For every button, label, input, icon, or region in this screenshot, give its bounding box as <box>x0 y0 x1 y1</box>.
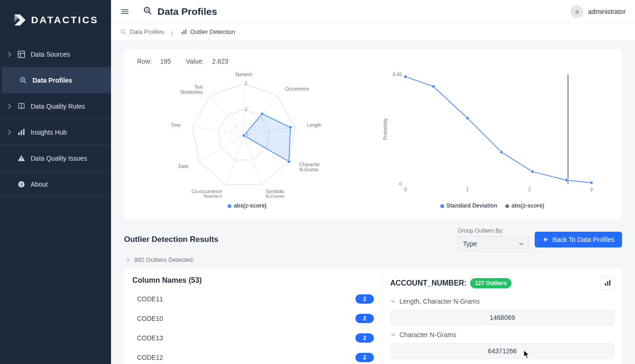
svg-text:3: 3 <box>590 187 593 192</box>
brand-icon <box>13 13 27 27</box>
svg-point-51 <box>287 160 290 163</box>
row-value-readout: Row: 185 Value: 2.623 <box>137 58 609 65</box>
svg-text:0.45: 0.45 <box>393 72 402 77</box>
detail-group-name: Character N-Grams <box>399 331 456 338</box>
svg-rect-14 <box>145 8 148 11</box>
sidebar-nav: Data SourcesData ProfilesData Quality Ru… <box>0 39 111 364</box>
logo: DATACTICS <box>0 0 111 39</box>
radar-legend: abs(z-score) <box>137 202 351 209</box>
svg-text:Length: Length <box>307 123 321 128</box>
group-by-select[interactable]: Type <box>458 236 529 252</box>
svg-text:Text: Text <box>194 84 203 90</box>
chart-icon <box>181 29 187 35</box>
svg-point-68 <box>500 150 503 154</box>
svg-text:Symbolic: Symbolic <box>266 189 285 194</box>
svg-rect-73 <box>607 281 609 286</box>
username: administrator <box>588 8 626 15</box>
column-name: CODE13 <box>137 334 163 342</box>
svg-point-49 <box>261 112 264 116</box>
svg-rect-17 <box>183 30 184 34</box>
svg-point-70 <box>565 179 568 182</box>
svg-text:N-Grams: N-Grams <box>266 194 285 198</box>
svg-point-56 <box>242 134 246 137</box>
brand-text: DATACTICS <box>31 14 98 26</box>
sidebar-item-label: Data Profiles <box>33 77 72 84</box>
column-count-badge: 2 <box>355 333 374 343</box>
svg-text:Similarities: Similarities <box>180 90 203 95</box>
outlier-value[interactable]: 64371266 <box>390 343 615 359</box>
chevron-right-icon <box>7 104 13 109</box>
svg-text:1: 1 <box>466 187 469 192</box>
sidebar: DATACTICS Data SourcesData ProfilesData … <box>0 0 111 364</box>
svg-rect-74 <box>609 280 610 286</box>
sidebar-item-data-profiles[interactable]: Data Profiles <box>0 67 111 93</box>
sidebar-item-data-quality-issues[interactable]: Data Quality Issues <box>0 145 111 171</box>
chevron-down-icon <box>390 332 396 338</box>
breadcrumb: Data Profiles Outlier Detection <box>111 23 635 41</box>
book-icon <box>15 102 28 110</box>
question-icon: ? <box>15 180 28 188</box>
warning-icon <box>15 154 28 162</box>
column-row[interactable]: CODE122 <box>124 348 382 364</box>
svg-point-69 <box>531 170 534 173</box>
avatar[interactable]: a <box>570 5 583 18</box>
column-name: CODE10 <box>137 315 163 322</box>
outliers-detected-toggle[interactable]: 992 Outliers Detected: <box>124 256 622 263</box>
page-icon <box>143 6 153 18</box>
detail-group-toggle[interactable]: Length, Character N-Grams <box>390 298 615 305</box>
detail-group-toggle[interactable]: Character N-Grams <box>390 331 615 338</box>
svg-text:2: 2 <box>245 81 248 86</box>
results-title: Outlier Detection Results <box>124 235 218 244</box>
sidebar-item-label: About <box>31 181 48 188</box>
svg-line-39 <box>193 127 244 136</box>
svg-rect-0 <box>18 51 25 58</box>
sidebar-item-label: Data Quality Rules <box>31 103 85 110</box>
svg-text:Probability: Probability <box>383 118 388 140</box>
outlier-value[interactable]: 1468069 <box>390 310 615 325</box>
layout-icon <box>15 50 28 58</box>
arrow-left-icon <box>542 236 549 243</box>
column-row[interactable]: CODE102 <box>124 309 382 328</box>
svg-rect-9 <box>21 157 22 159</box>
svg-point-50 <box>289 126 292 129</box>
column-row[interactable]: CODE132 <box>124 328 382 348</box>
radar-chart: NumericOccurrenceLengthCharacterN-GramsS… <box>137 68 351 198</box>
chevron-down-icon <box>390 299 396 304</box>
sidebar-item-about[interactable]: ?About <box>0 171 111 197</box>
outlier-count-badge: 127 Outliers <box>470 278 511 288</box>
menu-toggle-button[interactable] <box>120 7 130 16</box>
svg-text:Time: Time <box>170 123 181 128</box>
detail-column-title: ACCOUNT_NUMBER: <box>390 279 466 287</box>
svg-line-41 <box>210 96 244 136</box>
column-row[interactable]: CODE112 <box>124 289 382 309</box>
svg-line-37 <box>199 136 244 162</box>
sidebar-item-insights-hub[interactable]: Insights Hub <box>0 119 111 145</box>
svg-text:Character: Character <box>300 162 321 167</box>
svg-point-66 <box>432 85 435 88</box>
svg-rect-18 <box>185 29 186 34</box>
breadcrumb-current: Outlier Detection <box>190 28 235 35</box>
svg-text:N-Grams: N-Grams <box>300 167 319 172</box>
svg-text:0: 0 <box>399 182 402 187</box>
back-to-profiles-button[interactable]: Back To Data Profiles <box>535 232 622 247</box>
breadcrumb-icon <box>120 29 127 35</box>
chevron-right-icon <box>170 30 174 34</box>
svg-text:Co-occurrence: Co-occurrence <box>191 189 222 194</box>
group-by-label: Group Outliers By: <box>458 228 529 234</box>
breadcrumb-root[interactable]: Data Profiles <box>130 28 164 35</box>
sidebar-item-data-sources[interactable]: Data Sources <box>0 41 111 67</box>
column-count-badge: 2 <box>355 353 374 362</box>
line-chart: Probability00.450123 <box>369 68 609 198</box>
svg-rect-4 <box>21 78 24 81</box>
svg-rect-10 <box>21 160 22 161</box>
svg-text:0: 0 <box>404 187 407 192</box>
column-names-panel: Column Names (53) CODE112CODE102CODE132C… <box>124 269 383 364</box>
column-count-badge: 2 <box>355 314 374 323</box>
sidebar-item-data-quality-rules[interactable]: Data Quality Rules <box>0 93 111 119</box>
svg-text:Numeric: Numeric <box>235 72 252 77</box>
column-name: CODE11 <box>137 295 163 303</box>
detail-chart-button[interactable] <box>601 276 615 290</box>
column-count-badge: 2 <box>355 294 374 304</box>
column-name: CODE12 <box>137 354 163 361</box>
svg-text:Date: Date <box>178 164 189 169</box>
